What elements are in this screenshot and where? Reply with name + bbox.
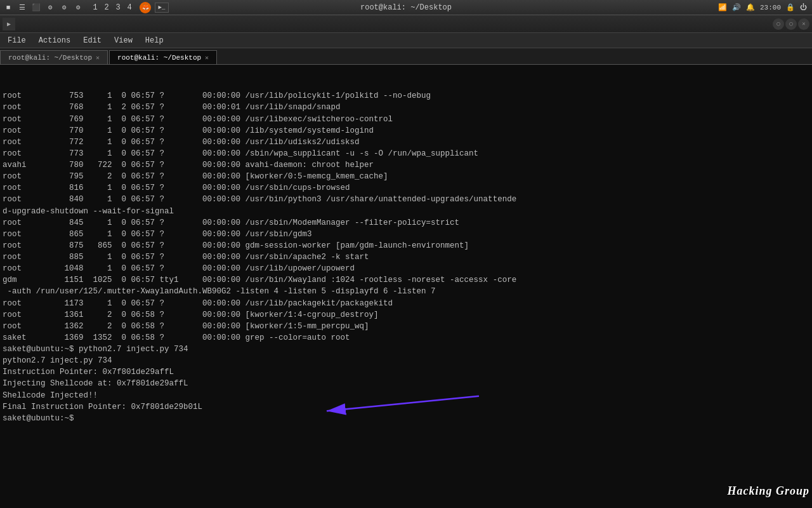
window-titlebar: ▶ ◯ ◯ ✕ [0, 15, 812, 33]
taskbar-volume-icon: 🔊 [732, 3, 741, 11]
taskbar-app-icon-5[interactable]: ⚙ [58, 2, 70, 13]
taskbar: ■ ☰ ⬛ ⚙ ⚙ ⚙ 1 2 3 4 🦊 ▶_ root@kali: ~/De… [0, 0, 812, 15]
terminal-line-24: Instruction Pointer: 0x7f801de29affL [3, 366, 809, 378]
terminal-line-5: root 773 1 0 06:57 ? 00:00:00 /sbin/wpa_… [3, 148, 809, 159]
workspace-4[interactable]: 4 [124, 3, 134, 12]
menu-file[interactable]: File [3, 35, 31, 46]
terminal-line-11: root 845 1 0 06:57 ? 00:00:00 /usr/sbin/… [3, 217, 809, 229]
terminal-line-19: root 1361 2 0 06:58 ? 00:00:00 [kworker/… [3, 309, 809, 321]
taskbar-app-icon-4[interactable]: ⚙ [44, 2, 56, 13]
terminal-line-13: root 875 865 0 06:57 ? 00:00:00 gdm-sess… [3, 240, 809, 251]
terminal-line-26: Shellcode Injected!! [3, 390, 809, 401]
taskbar-left: ■ ☰ ⬛ ⚙ ⚙ ⚙ 1 2 3 4 🦊 ▶_ [0, 2, 169, 13]
terminal-line-2: root 769 1 0 06:57 ? 00:00:00 /usr/libex… [3, 114, 809, 125]
tab-1[interactable]: root@kali: ~/Desktop ✕ [0, 50, 108, 64]
terminal-line-21: saket 1369 1352 0 06:58 ? 00:00:00 grep … [3, 332, 809, 344]
workspace-1[interactable]: 1 [90, 3, 100, 12]
taskbar-power-icon: ⏻ [800, 3, 807, 11]
watermark: Hacking Group [727, 483, 809, 499]
taskbar-time: 23:00 [760, 4, 781, 11]
taskbar-app-icon-6[interactable]: ⚙ [72, 2, 84, 13]
taskbar-notify-icon: 🔔 [746, 3, 755, 11]
tab-2[interactable]: root@kali: ~/Desktop ✕ [109, 50, 217, 64]
terminal-line-25: Injecting Shellcode at: 0x7f801de29affL [3, 378, 809, 389]
taskbar-numbers: 1 2 3 4 [90, 3, 134, 12]
terminal-line-9: root 840 1 0 06:57 ? 00:00:00 /usr/bin/p… [3, 194, 809, 205]
terminal-line-12: root 865 1 0 06:57 ? 00:00:00 /usr/sbin/… [3, 229, 809, 240]
firefox-icon[interactable]: 🦊 [140, 2, 151, 13]
terminal-line-8: root 816 1 0 06:57 ? 00:00:00 /usr/sbin/… [3, 182, 809, 194]
terminal-line-22: saket@ubuntu:~$ python2.7 inject.py 734 [3, 344, 809, 355]
workspace-2[interactable]: 2 [102, 3, 112, 12]
taskbar-app-icon-3[interactable]: ⬛ [30, 2, 42, 13]
terminal-line-3: root 770 1 0 06:57 ? 00:00:00 /lib/syste… [3, 125, 809, 137]
terminal-line-14: root 885 1 0 06:57 ? 00:00:00 /usr/sbin/… [3, 251, 809, 263]
terminal-line-0: root 753 1 0 06:57 ? 00:00:00 /usr/lib/p… [3, 90, 809, 102]
taskbar-app-icon-2[interactable]: ☰ [16, 2, 28, 13]
tab-2-label: root@kali: ~/Desktop [117, 54, 201, 62]
terminal-line-23: python2.7 inject.py 734 [3, 355, 809, 366]
tab-2-close[interactable]: ✕ [205, 54, 209, 62]
menu-view[interactable]: View [109, 35, 138, 46]
terminal-lines: root 753 1 0 06:57 ? 00:00:00 /usr/lib/p… [3, 90, 809, 424]
menubar: File Actions Edit View Help [0, 33, 812, 48]
window-icon: ▶ [3, 18, 15, 30]
terminal-line-10: d-upgrade-shutdown --wait-for-signal [3, 206, 809, 217]
terminal-line-4: root 772 1 0 06:57 ? 00:00:00 /usr/lib/u… [3, 137, 809, 148]
window-btn-2[interactable]: ◯ [785, 18, 797, 30]
taskbar-app-icon-1[interactable]: ■ [3, 2, 14, 13]
menu-help[interactable]: Help [140, 35, 169, 46]
menu-edit[interactable]: Edit [78, 35, 107, 46]
menu-actions[interactable]: Actions [34, 35, 75, 46]
terminal-line-28: saket@ubuntu:~$ [3, 413, 809, 424]
taskbar-lock-icon: 🔒 [786, 3, 795, 11]
tab-1-label: root@kali: ~/Desktop [8, 54, 92, 62]
window-controls: ◯ ◯ ✕ [773, 18, 812, 30]
terminal-content[interactable]: root 753 1 0 06:57 ? 00:00:00 /usr/lib/p… [0, 65, 812, 508]
terminal-line-20: root 1362 2 0 06:58 ? 00:00:00 [kworker/… [3, 321, 809, 332]
terminal-line-18: root 1173 1 0 06:57 ? 00:00:00 /usr/lib/… [3, 298, 809, 309]
terminal-line-6: avahi 780 722 0 06:57 ? 00:00:00 avahi-d… [3, 159, 809, 171]
terminal-line-1: root 768 1 2 06:57 ? 00:00:01 /usr/lib/s… [3, 102, 809, 113]
terminal-line-7: root 795 2 0 06:57 ? 00:00:00 [kworker/0… [3, 171, 809, 182]
workspace-3[interactable]: 3 [113, 3, 123, 12]
terminal-line-15: root 1048 1 0 06:57 ? 00:00:00 /usr/lib/… [3, 263, 809, 274]
tab-1-close[interactable]: ✕ [96, 54, 100, 62]
taskbar-terminal-icon[interactable]: ▶_ [155, 3, 169, 13]
window-btn-1[interactable]: ◯ [773, 18, 784, 30]
taskbar-right: 📶 🔊 🔔 23:00 🔒 ⏻ [718, 3, 812, 11]
terminal-window: ▶ ◯ ◯ ✕ File Actions Edit View Help root… [0, 15, 812, 508]
terminal-line-17: -auth /run/user/125/.mutter-XwaylandAuth… [3, 286, 809, 297]
window-close-btn[interactable]: ✕ [798, 18, 809, 30]
terminal-line-16: gdm 1151 1025 0 06:57 tty1 00:00:00 /usr… [3, 274, 809, 286]
taskbar-network-icon: 📶 [718, 3, 727, 11]
taskbar-title: root@kali: ~/Desktop [360, 3, 452, 12]
terminal-line-27: Final Instruction Pointer: 0x7f801de29b0… [3, 401, 809, 413]
tabsbar: root@kali: ~/Desktop ✕ root@kali: ~/Desk… [0, 48, 812, 65]
